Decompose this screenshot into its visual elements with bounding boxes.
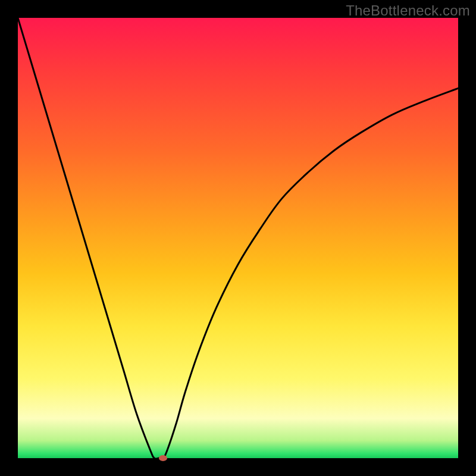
bottleneck-curve-svg xyxy=(18,18,458,458)
watermark-text: TheBottleneck.com xyxy=(346,2,470,19)
bottleneck-curve-path xyxy=(18,18,458,458)
chart-area xyxy=(18,18,458,458)
optimal-point-marker xyxy=(159,455,167,461)
